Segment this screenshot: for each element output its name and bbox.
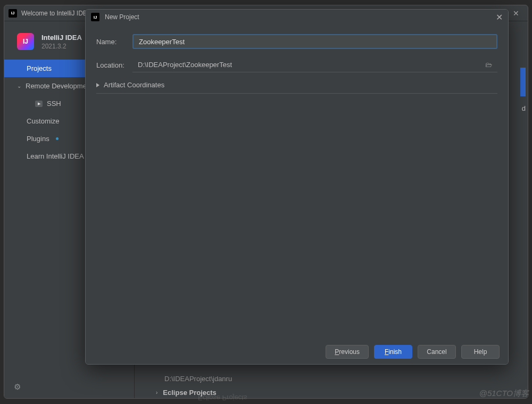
app-icon: IJ [91, 13, 99, 21]
project-name-input[interactable] [132, 34, 497, 49]
sidebar-item-label: SSH [47, 100, 61, 108]
sidebar-item-label: Remote Development [26, 82, 93, 90]
project-location-field[interactable]: D:\IDEAProject\ZookeeperTest 🗁 [132, 57, 497, 72]
dialog-close-button[interactable]: ✕ [496, 12, 503, 22]
dialog-titlebar: IJ New Project ✕ [86, 10, 508, 24]
new-project-dialog: IJ New Project ✕ Name: Location: D:\IDEA… [85, 9, 509, 365]
terminal-icon: ▶ [35, 101, 43, 107]
name-row: Name: [96, 34, 497, 49]
close-button[interactable]: ✕ [513, 9, 519, 18]
help-button[interactable]: Help [461, 345, 500, 359]
finish-button[interactable]: Finish [374, 345, 412, 359]
brand-name: IntelliJ IDEA [41, 34, 82, 42]
previous-button[interactable]: Previous [326, 345, 369, 359]
truncated-text: d [522, 104, 526, 112]
folder-browse-icon[interactable]: 🗁 [485, 61, 492, 69]
cancel-button[interactable]: Cancel [418, 345, 456, 359]
brand-version: 2021.3.2 [41, 43, 82, 50]
sidebar-item-label: Projects [27, 64, 52, 72]
dialog-body: Name: Location: D:\IDEAProject\Zookeeper… [86, 24, 508, 340]
welcome-title: Welcome to IntelliJ IDEA [21, 10, 92, 17]
sidebar-item-label: Plugins [27, 135, 49, 143]
sidebar-footer: ⚙ [4, 376, 134, 398]
update-indicator-icon [56, 137, 59, 140]
divider [96, 93, 497, 94]
dialog-title: New Project [105, 13, 139, 21]
chevron-right-icon: › [156, 390, 157, 395]
location-label: Location: [96, 61, 132, 69]
location-row: Location: D:\IDEAProject\ZookeeperTest 🗁 [96, 57, 497, 72]
reflection-text: Eclipse Projects [198, 394, 247, 402]
gear-icon[interactable]: ⚙ [14, 382, 21, 391]
location-value: D:\IDEAProject\ZookeeperTest [138, 61, 232, 69]
artifact-label: Artifact Coordinates [104, 81, 164, 89]
ghost-path: D:\IDEAProject\jdanru [164, 375, 232, 383]
sidebar-item-label: Learn IntelliJ IDEA [27, 152, 84, 160]
app-icon: IJ [9, 9, 17, 18]
sidebar-item-label: Customize [27, 117, 59, 125]
chevron-down-icon: ⌄ [17, 83, 21, 89]
dialog-footer: Previous Finish Cancel Help [86, 340, 508, 364]
brand-logo: IJ [17, 33, 34, 50]
chevron-right-icon [96, 83, 99, 87]
selection-strip [520, 68, 526, 96]
name-label: Name: [96, 38, 132, 46]
artifact-coordinates-toggle[interactable]: Artifact Coordinates [96, 81, 497, 89]
